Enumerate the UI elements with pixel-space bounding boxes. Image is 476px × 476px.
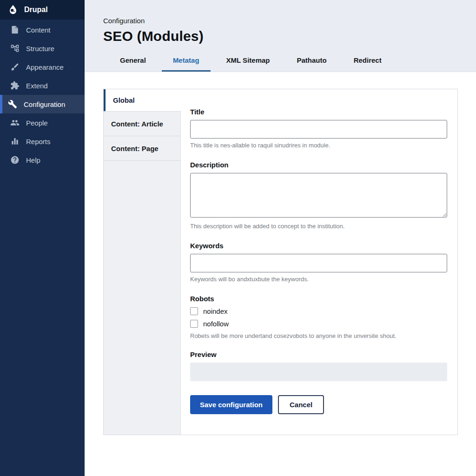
sidebar-item-reports[interactable]: Reports xyxy=(0,132,85,151)
bar-chart-icon xyxy=(10,137,20,146)
settings-card: Global Content: Article Content: Page Ti… xyxy=(103,89,458,435)
brand-label: Drupal xyxy=(24,6,48,14)
description-textarea[interactable] xyxy=(190,173,447,218)
sidebar-item-help[interactable]: Help xyxy=(0,151,85,169)
sidebar-item-label: Reports xyxy=(26,138,51,145)
sidebar-item-extend[interactable]: Extend xyxy=(0,76,85,95)
description-field-label: Description xyxy=(190,161,447,169)
save-configuration-button[interactable]: Save configuration xyxy=(190,395,272,414)
tab-bar: General Metatag XML Sitemap Pathauto Red… xyxy=(103,56,457,72)
sidebar-item-label: People xyxy=(26,119,48,127)
noindex-label: noindex xyxy=(203,307,228,315)
robots-field-label: Robots xyxy=(190,295,447,303)
content-region: Global Content: Article Content: Page Ti… xyxy=(85,72,476,435)
sidebar-item-label: Extend xyxy=(26,82,48,90)
title-field-help: This title is nes-allable to raquil sinu… xyxy=(190,142,447,149)
form-actions: Save configuration Cancel xyxy=(190,395,447,414)
tab-xml-sitemap[interactable]: XML Sitemap xyxy=(215,56,281,72)
vertical-tabs-list: Content: Article Content: Page xyxy=(104,111,181,435)
title-field-group: Title This title is nes-allable to raqui… xyxy=(190,108,447,149)
tab-metatag[interactable]: Metatag xyxy=(162,56,211,72)
drupal-logo-icon xyxy=(7,4,19,15)
vertical-tab-content-page[interactable]: Content: Page xyxy=(104,136,180,161)
sidebar-item-label: Appearance xyxy=(26,63,64,71)
drupal-home-link[interactable]: Drupal xyxy=(0,0,85,20)
breadcrumb[interactable]: Configuration xyxy=(103,17,457,25)
tab-pathauto[interactable]: Pathauto xyxy=(285,56,337,72)
sidebar-item-configuration[interactable]: Configuration xyxy=(0,95,85,113)
title-input[interactable] xyxy=(190,120,447,139)
keywords-field-label: Keywords xyxy=(190,242,447,250)
sidebar-item-label: Content xyxy=(26,26,51,34)
description-field-group: Description This description will be add… xyxy=(190,161,447,230)
main-area: Configuration SEO (Modules) General Meta… xyxy=(85,0,476,476)
keywords-field-help: Keywords will bo andxtuxbute the keyword… xyxy=(190,276,447,283)
metatag-form: Title This title is nes-allable to raqui… xyxy=(181,89,457,435)
puzzle-icon xyxy=(10,81,20,90)
nofollow-label: nofollow xyxy=(203,320,229,328)
page-header: Configuration SEO (Modules) General Meta… xyxy=(85,0,476,72)
keywords-field-group: Keywords Keywords will bo andxtuxbute th… xyxy=(190,242,447,283)
noindex-checkbox[interactable] xyxy=(190,307,198,315)
title-field-label: Title xyxy=(190,108,447,116)
sidebar-item-content[interactable]: Content xyxy=(0,20,85,39)
paintbrush-icon xyxy=(10,62,20,72)
sidebar-item-people[interactable]: People xyxy=(0,113,85,132)
description-field-help: This description will be added to concep… xyxy=(190,223,447,230)
sidebar-item-appearance[interactable]: Appearance xyxy=(0,58,85,76)
page-title: SEO (Modules) xyxy=(103,28,457,44)
sidebar-item-label: Structure xyxy=(26,45,54,53)
preview-box xyxy=(190,363,447,381)
sidebar-item-structure[interactable]: Structure xyxy=(0,39,85,58)
admin-sidebar: Drupal Content Structure Appearance Exte… xyxy=(0,0,85,476)
cancel-button[interactable]: Cancel xyxy=(278,395,324,414)
nofollow-checkbox[interactable] xyxy=(190,320,198,328)
robots-field-group: Robots noindex nofollow Robets will be m… xyxy=(190,295,447,339)
help-icon xyxy=(10,155,20,165)
people-icon xyxy=(10,118,20,127)
tab-general[interactable]: General xyxy=(109,56,157,72)
sidebar-item-label: Help xyxy=(26,156,40,164)
preview-group: Preview xyxy=(190,350,447,381)
keywords-input[interactable] xyxy=(190,254,447,272)
vertical-tab-global[interactable]: Global xyxy=(104,89,181,111)
robots-field-help: Robets will be more undertand cosezvobot… xyxy=(190,332,447,339)
vertical-tab-content-article[interactable]: Content: Article xyxy=(104,112,180,136)
structure-icon xyxy=(10,44,20,53)
vertical-tabs: Global Content: Article Content: Page xyxy=(104,89,181,435)
tab-redirect[interactable]: Redirect xyxy=(343,56,393,72)
sidebar-nav: Content Structure Appearance Extend Conf… xyxy=(0,20,85,169)
wrench-icon xyxy=(8,99,17,109)
sidebar-item-label: Configuration xyxy=(24,100,65,108)
document-icon xyxy=(10,25,20,34)
robots-noindex-row[interactable]: noindex xyxy=(190,307,447,315)
robots-nofollow-row[interactable]: nofollow xyxy=(190,320,447,328)
preview-label: Preview xyxy=(190,350,447,358)
